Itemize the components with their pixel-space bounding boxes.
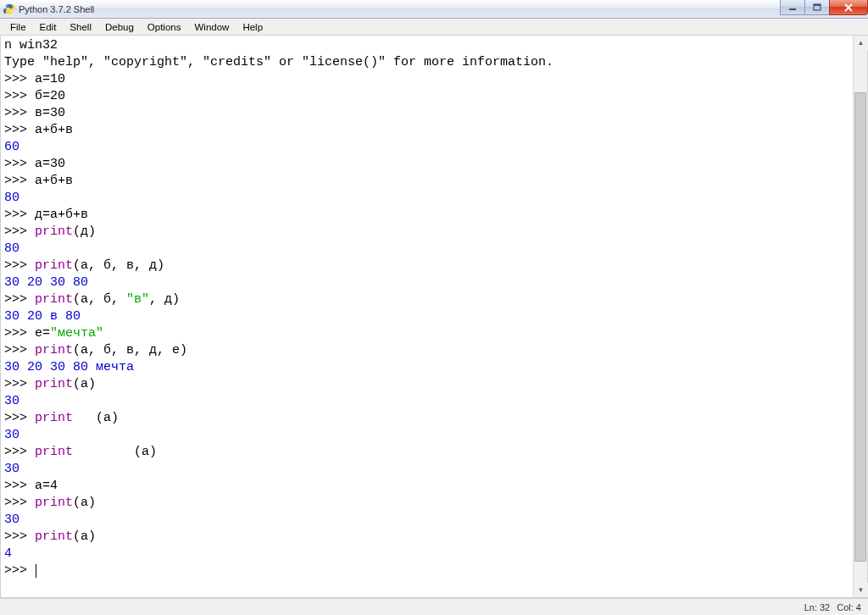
svg-rect-4 xyxy=(814,4,821,6)
string: "мечта" xyxy=(50,326,103,341)
scroll-track[interactable] xyxy=(854,50,867,583)
prompt: >>> xyxy=(4,292,35,307)
input-line: (д) xyxy=(73,224,96,239)
string: "в" xyxy=(126,292,149,307)
keyword: print xyxy=(35,377,73,391)
input-line: (а) xyxy=(73,529,96,544)
prompt: >>> xyxy=(4,411,35,425)
prompt: >>> xyxy=(4,529,35,544)
keyword: print xyxy=(35,292,73,307)
input-line: , д) xyxy=(149,292,180,307)
menu-help[interactable]: Help xyxy=(236,20,270,34)
output-line: 30 xyxy=(4,394,19,408)
svg-point-0 xyxy=(7,5,8,6)
output-line: 4 xyxy=(4,546,12,561)
banner-line: Type "help", "copyright", "credits" or "… xyxy=(4,55,554,69)
output-line: 30 20 30 80 xyxy=(4,275,88,290)
scroll-down-button[interactable]: ▼ xyxy=(854,583,868,597)
menu-options[interactable]: Options xyxy=(141,20,188,34)
keyword: print xyxy=(35,411,73,425)
input-line: а=30 xyxy=(35,157,65,171)
statusbar: Ln: 32 Col: 4 xyxy=(0,598,868,615)
status-col: Col: 4 xyxy=(837,602,861,612)
input-line: а+б+в xyxy=(35,174,73,188)
input-line: (а) xyxy=(73,445,157,459)
menu-window[interactable]: Window xyxy=(187,20,236,34)
input-line: (а) xyxy=(73,411,119,425)
keyword: print xyxy=(35,529,73,544)
prompt: >>> xyxy=(4,72,35,86)
svg-point-1 xyxy=(11,12,12,13)
menu-shell[interactable]: Shell xyxy=(63,20,98,34)
prompt: >>> xyxy=(4,208,35,222)
text-cursor xyxy=(36,564,36,578)
input-line: а=4 xyxy=(35,479,58,493)
prompt: >>> xyxy=(4,174,35,188)
prompt: >>> xyxy=(4,343,35,357)
python-icon xyxy=(3,3,15,15)
input-line: (а, б, в, д, е) xyxy=(73,343,187,357)
output-line: 80 xyxy=(4,241,19,256)
output-line: 30 xyxy=(4,428,19,442)
vertical-scrollbar[interactable]: ▲ ▼ xyxy=(853,36,867,597)
maximize-button[interactable] xyxy=(804,0,830,15)
prompt: >>> xyxy=(4,479,35,493)
output-line: 30 20 30 80 мечта xyxy=(4,360,134,374)
prompt: >>> xyxy=(4,326,35,341)
keyword: print xyxy=(35,496,73,510)
input-line: д=а+б+в xyxy=(35,208,88,222)
prompt: >>> xyxy=(4,106,35,120)
prompt: >>> xyxy=(4,89,35,103)
input-line: (a) xyxy=(73,496,96,510)
scroll-up-button[interactable]: ▲ xyxy=(854,36,868,50)
menubar: File Edit Shell Debug Options Window Hel… xyxy=(0,19,868,36)
input-line: в=30 xyxy=(35,106,65,120)
input-line: е= xyxy=(35,326,50,341)
status-line: Ln: 32 xyxy=(804,602,831,612)
prompt: >>> xyxy=(4,224,35,239)
menu-file[interactable]: File xyxy=(3,20,33,34)
prompt: >>> xyxy=(4,496,35,510)
menu-edit[interactable]: Edit xyxy=(33,20,64,34)
keyword: print xyxy=(35,258,73,273)
output-line: 80 xyxy=(4,191,19,205)
output-line: 60 xyxy=(4,140,19,154)
titlebar: Python 3.7.2 Shell xyxy=(0,0,868,19)
input-line: (а, б, в, д) xyxy=(73,258,164,273)
output-line: 30 xyxy=(4,462,19,476)
editor-pane: n win32 Type "help", "copyright", "credi… xyxy=(0,36,868,598)
output-line: 30 20 в 80 xyxy=(4,309,81,324)
prompt: >>> xyxy=(4,563,35,578)
prompt: >>> xyxy=(4,123,35,137)
prompt: >>> xyxy=(4,258,35,273)
keyword: print xyxy=(35,445,73,459)
menu-debug[interactable]: Debug xyxy=(98,20,141,34)
minimize-button[interactable] xyxy=(780,0,805,15)
input-line: а=10 xyxy=(35,72,65,86)
prompt: >>> xyxy=(4,445,35,459)
prompt: >>> xyxy=(4,377,35,391)
window-controls xyxy=(781,0,868,15)
input-line: (а, б, xyxy=(73,292,126,307)
shell-content[interactable]: n win32 Type "help", "copyright", "credi… xyxy=(1,36,867,597)
scroll-thumb[interactable] xyxy=(854,92,866,562)
input-line: (а) xyxy=(73,377,96,391)
svg-rect-2 xyxy=(789,8,796,10)
keyword: print xyxy=(35,343,73,357)
banner-partial: n win32 xyxy=(4,38,58,53)
prompt: >>> xyxy=(4,157,35,171)
output-line: 30 xyxy=(4,512,19,527)
window-title: Python 3.7.2 Shell xyxy=(19,4,94,14)
close-button[interactable] xyxy=(829,0,868,15)
keyword: print xyxy=(35,224,73,239)
input-line: б=20 xyxy=(35,89,65,103)
input-line: а+б+в xyxy=(35,123,73,137)
